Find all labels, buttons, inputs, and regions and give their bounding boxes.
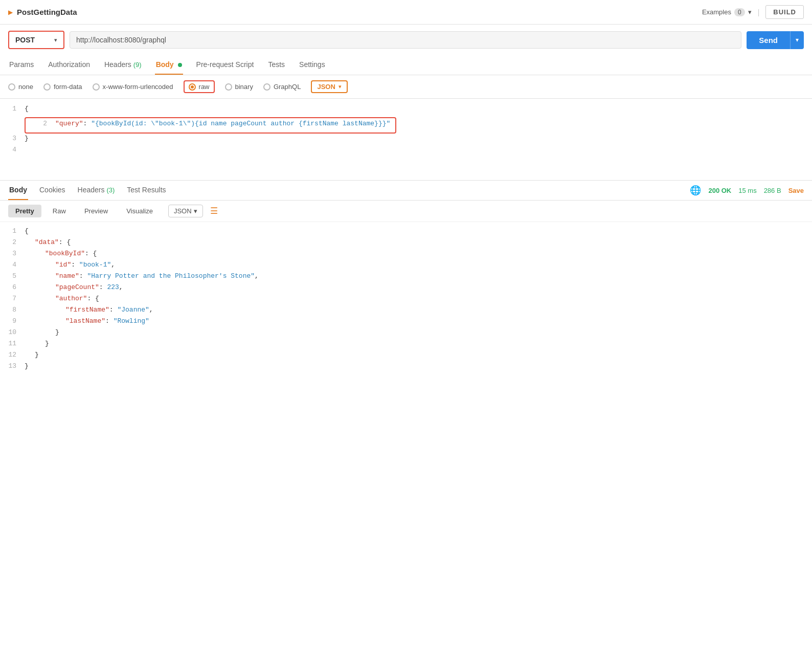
response-format-bar: Pretty Raw Preview Visualize JSON ▾ ☰ bbox=[0, 201, 812, 222]
tab-settings[interactable]: Settings bbox=[298, 55, 326, 75]
resp-linenum-4: 4 bbox=[0, 261, 25, 272]
resp-content-4: "id": "book-1", bbox=[25, 261, 812, 272]
radio-urlencoded-icon bbox=[93, 83, 100, 91]
resp-content-13: } bbox=[25, 362, 812, 373]
examples-count: 0 bbox=[734, 8, 745, 16]
top-bar-right: Examples 0 ▾ | BUILD bbox=[702, 5, 804, 19]
option-graphql[interactable]: GraphQL bbox=[263, 83, 301, 91]
tab-params[interactable]: Params bbox=[8, 55, 35, 75]
resp-line-4: 4 "id": "book-1", bbox=[0, 261, 812, 272]
resp-headers-badge: (3) bbox=[106, 186, 115, 194]
fmt-pretty-button[interactable]: Pretty bbox=[8, 205, 41, 217]
resp-json-format-selector[interactable]: JSON ▾ bbox=[168, 205, 203, 217]
req-linenum-2: 2 bbox=[31, 120, 55, 127]
req-line-4: 4 bbox=[0, 146, 812, 157]
resp-linenum-6: 6 bbox=[0, 283, 25, 295]
resp-linenum-12: 12 bbox=[0, 351, 25, 362]
resp-line-6: 6 "pageCount": 223, bbox=[0, 283, 812, 295]
request-tabs-bar: Params Authorization Headers (9) Body Pr… bbox=[0, 55, 812, 75]
req-line-3: 3 } bbox=[0, 135, 812, 146]
radio-none-icon bbox=[8, 83, 15, 91]
radio-raw-icon bbox=[189, 83, 196, 91]
url-bar: POST ▾ Send ▾ bbox=[0, 25, 812, 55]
request-title: PostGettingData bbox=[17, 8, 77, 16]
resp-content-12: } bbox=[25, 351, 812, 362]
option-urlencoded[interactable]: x-www-form-urlencoded bbox=[93, 83, 173, 91]
tab-tests[interactable]: Tests bbox=[267, 55, 286, 75]
req-linenum-1: 1 bbox=[0, 105, 25, 113]
req-content-3: } bbox=[25, 135, 812, 142]
resp-linenum-13: 13 bbox=[0, 362, 25, 373]
response-tabs-bar: Body Cookies Headers (3) Test Results 🌐 … bbox=[0, 181, 812, 201]
resp-content-5: "name": "Harry Potter and the Philosophe… bbox=[25, 272, 812, 283]
method-dropdown-icon: ▾ bbox=[54, 37, 57, 43]
examples-label: Examples bbox=[702, 8, 731, 16]
tab-body[interactable]: Body bbox=[155, 55, 183, 75]
json-format-dropdown-icon: ▾ bbox=[339, 83, 342, 90]
examples-dropdown-icon: ▾ bbox=[748, 8, 752, 16]
resp-line-5: 5 "name": "Harry Potter and the Philosop… bbox=[0, 272, 812, 283]
resp-content-11: } bbox=[25, 340, 812, 351]
headers-badge: (9) bbox=[133, 61, 142, 69]
tab-pre-request[interactable]: Pre-request Script bbox=[195, 55, 255, 75]
resp-line-1: 1 { bbox=[0, 227, 812, 238]
resp-tab-body[interactable]: Body bbox=[8, 181, 28, 200]
build-button[interactable]: BUILD bbox=[765, 5, 804, 19]
send-button[interactable]: Send bbox=[747, 31, 790, 49]
method-selector[interactable]: POST ▾ bbox=[8, 31, 64, 49]
save-link[interactable]: Save bbox=[788, 187, 804, 194]
resp-json-format-text: JSON bbox=[174, 207, 192, 215]
resp-content-3: "bookById": { bbox=[25, 250, 812, 261]
radio-graphql-icon bbox=[263, 83, 270, 91]
top-bar-left: ▶ PostGettingData bbox=[8, 8, 77, 16]
fmt-visualize-button[interactable]: Visualize bbox=[119, 205, 160, 217]
resp-linenum-5: 5 bbox=[0, 272, 25, 283]
response-tabs-left: Body Cookies Headers (3) Test Results bbox=[8, 181, 167, 200]
resp-content-1: { bbox=[25, 227, 812, 238]
fmt-raw-button[interactable]: Raw bbox=[46, 205, 73, 217]
resp-linenum-1: 1 bbox=[0, 227, 25, 238]
tab-headers[interactable]: Headers (9) bbox=[103, 55, 143, 75]
option-raw-wrap[interactable]: raw bbox=[184, 80, 215, 93]
resp-tab-headers[interactable]: Headers (3) bbox=[77, 181, 116, 200]
req-linenum-4: 4 bbox=[0, 146, 25, 153]
request-body-editor[interactable]: 1 { 2 "query": "{bookById(id: \"book-1\"… bbox=[0, 99, 812, 181]
method-text: POST bbox=[15, 36, 35, 44]
resp-tab-cookies[interactable]: Cookies bbox=[38, 181, 66, 200]
resp-linenum-10: 10 bbox=[0, 328, 25, 340]
option-raw-label: raw bbox=[199, 83, 210, 91]
send-dropdown-button[interactable]: ▾ bbox=[790, 31, 804, 49]
req-key-query: "query" bbox=[55, 120, 83, 127]
resp-tab-test-results[interactable]: Test Results bbox=[126, 181, 167, 200]
resp-json-dropdown-icon: ▾ bbox=[194, 207, 197, 215]
expand-arrow-icon: ▶ bbox=[8, 9, 13, 16]
option-binary[interactable]: binary bbox=[225, 83, 253, 91]
option-binary-label: binary bbox=[235, 83, 253, 91]
req-content-2: "query": "{bookById(id: \"book-1\"){id n… bbox=[55, 120, 390, 127]
option-raw[interactable]: raw bbox=[189, 83, 210, 91]
response-body-viewer: 1 { 2 "data": { 3 "bookById": { 4 "id": … bbox=[0, 222, 812, 427]
option-urlencoded-label: x-www-form-urlencoded bbox=[103, 83, 173, 91]
top-bar: ▶ PostGettingData Examples 0 ▾ | BUILD bbox=[0, 0, 812, 25]
examples-button[interactable]: Examples 0 ▾ bbox=[702, 8, 752, 16]
resp-content-2: "data": { bbox=[25, 238, 812, 250]
resp-line-7: 7 "author": { bbox=[0, 295, 812, 306]
tab-authorization[interactable]: Authorization bbox=[47, 55, 91, 75]
resp-line-10: 10 } bbox=[0, 328, 812, 340]
resp-line-8: 8 "firstName": "Joanne", bbox=[0, 306, 812, 317]
resp-linenum-11: 11 bbox=[0, 340, 25, 351]
option-none-label: none bbox=[18, 83, 33, 91]
fmt-preview-button[interactable]: Preview bbox=[77, 205, 115, 217]
word-wrap-icon[interactable]: ☰ bbox=[210, 206, 218, 216]
response-time: 15 ms bbox=[738, 187, 756, 194]
option-none[interactable]: none bbox=[8, 83, 33, 91]
resp-linenum-9: 9 bbox=[0, 317, 25, 328]
resp-linenum-2: 2 bbox=[0, 238, 25, 250]
option-graphql-label: GraphQL bbox=[274, 83, 301, 91]
resp-linenum-8: 8 bbox=[0, 306, 25, 317]
response-size: 286 B bbox=[764, 187, 781, 194]
option-form-data[interactable]: form-data bbox=[43, 83, 82, 91]
json-format-selector[interactable]: JSON ▾ bbox=[311, 80, 347, 93]
url-input[interactable] bbox=[70, 31, 741, 49]
req-linenum-3: 3 bbox=[0, 135, 25, 142]
